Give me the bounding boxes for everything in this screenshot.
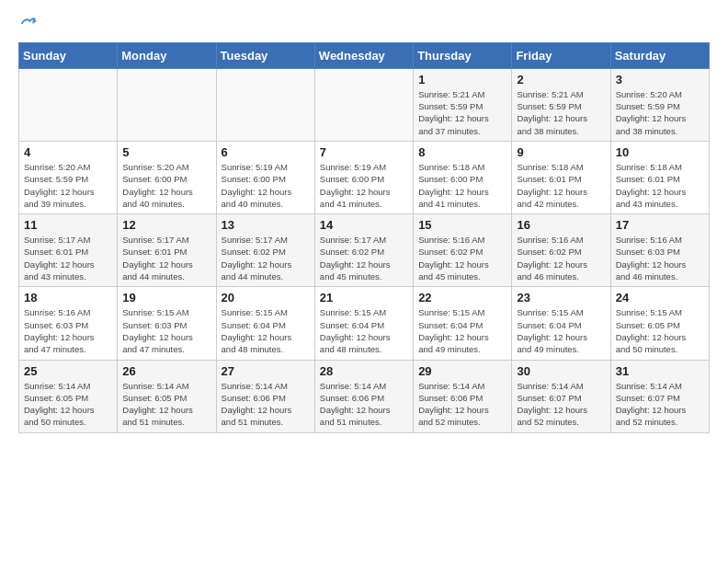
calendar-cell: 8Sunrise: 5:18 AM Sunset: 6:00 PM Daylig…	[414, 141, 512, 213]
calendar-cell: 22Sunrise: 5:15 AM Sunset: 6:04 PM Dayli…	[414, 287, 512, 360]
day-info: Sunrise: 5:16 AM Sunset: 6:03 PM Dayligh…	[24, 306, 112, 355]
day-number: 29	[418, 364, 506, 378]
day-info: Sunrise: 5:17 AM Sunset: 6:02 PM Dayligh…	[222, 234, 310, 282]
calendar-cell: 9Sunrise: 5:18 AM Sunset: 6:01 PM Daylig…	[512, 141, 610, 213]
day-number: 24	[616, 291, 704, 304]
weekday-header-tuesday: Tuesday	[216, 42, 314, 68]
calendar-cell: 23Sunrise: 5:15 AM Sunset: 6:04 PM Dayli…	[512, 287, 610, 360]
day-number: 28	[320, 364, 408, 378]
day-number: 10	[616, 145, 704, 159]
day-info: Sunrise: 5:14 AM Sunset: 6:05 PM Dayligh…	[24, 380, 112, 429]
weekday-header-thursday: Thursday	[414, 42, 512, 68]
calendar-cell: 26Sunrise: 5:14 AM Sunset: 6:05 PM Dayli…	[118, 360, 216, 432]
day-number: 9	[517, 145, 605, 159]
calendar-table: SundayMondayTuesdayWednesdayThursdayFrid…	[18, 42, 710, 433]
day-info: Sunrise: 5:16 AM Sunset: 6:02 PM Dayligh…	[418, 234, 506, 282]
day-info: Sunrise: 5:18 AM Sunset: 6:01 PM Dayligh…	[517, 161, 605, 210]
day-number: 7	[320, 145, 408, 159]
day-number: 18	[24, 291, 112, 304]
calendar-cell: 12Sunrise: 5:17 AM Sunset: 6:01 PM Dayli…	[118, 214, 216, 287]
calendar-cell: 10Sunrise: 5:18 AM Sunset: 6:01 PM Dayli…	[610, 141, 709, 213]
day-number: 17	[616, 218, 704, 232]
calendar-week-3: 11Sunrise: 5:17 AM Sunset: 6:01 PM Dayli…	[19, 214, 710, 287]
day-info: Sunrise: 5:15 AM Sunset: 6:04 PM Dayligh…	[222, 306, 310, 355]
day-number: 11	[24, 218, 112, 232]
calendar-cell: 13Sunrise: 5:17 AM Sunset: 6:02 PM Dayli…	[216, 214, 314, 287]
day-info: Sunrise: 5:18 AM Sunset: 6:00 PM Dayligh…	[418, 161, 506, 210]
day-info: Sunrise: 5:16 AM Sunset: 6:02 PM Dayligh…	[517, 234, 605, 282]
calendar-cell: 6Sunrise: 5:19 AM Sunset: 6:00 PM Daylig…	[216, 141, 314, 213]
calendar-cell: 19Sunrise: 5:15 AM Sunset: 6:03 PM Dayli…	[118, 287, 216, 360]
day-number: 1	[418, 73, 506, 86]
day-info: Sunrise: 5:20 AM Sunset: 5:59 PM Dayligh…	[616, 88, 704, 137]
day-info: Sunrise: 5:14 AM Sunset: 6:06 PM Dayligh…	[222, 380, 310, 429]
calendar-cell: 14Sunrise: 5:17 AM Sunset: 6:02 PM Dayli…	[314, 214, 413, 287]
calendar-week-2: 4Sunrise: 5:20 AM Sunset: 5:59 PM Daylig…	[19, 141, 710, 213]
day-number: 5	[122, 145, 210, 159]
day-info: Sunrise: 5:20 AM Sunset: 5:59 PM Dayligh…	[24, 161, 112, 210]
day-number: 19	[122, 291, 210, 304]
calendar-week-4: 18Sunrise: 5:16 AM Sunset: 6:03 PM Dayli…	[19, 287, 710, 360]
calendar-cell: 27Sunrise: 5:14 AM Sunset: 6:06 PM Dayli…	[216, 360, 314, 432]
day-number: 13	[222, 218, 310, 232]
day-info: Sunrise: 5:15 AM Sunset: 6:05 PM Dayligh…	[616, 306, 704, 355]
day-number: 22	[418, 291, 506, 304]
calendar-week-1: 1Sunrise: 5:21 AM Sunset: 5:59 PM Daylig…	[19, 68, 710, 141]
calendar-cell: 25Sunrise: 5:14 AM Sunset: 6:05 PM Dayli…	[19, 360, 118, 432]
day-info: Sunrise: 5:15 AM Sunset: 6:04 PM Dayligh…	[418, 306, 506, 355]
calendar-header-row: SundayMondayTuesdayWednesdayThursdayFrid…	[19, 42, 710, 68]
day-number: 6	[222, 145, 310, 159]
day-info: Sunrise: 5:14 AM Sunset: 6:07 PM Dayligh…	[616, 380, 704, 429]
day-info: Sunrise: 5:14 AM Sunset: 6:06 PM Dayligh…	[418, 380, 506, 429]
day-number: 27	[222, 364, 310, 378]
day-number: 14	[320, 218, 408, 232]
day-number: 16	[517, 218, 605, 232]
day-info: Sunrise: 5:15 AM Sunset: 6:04 PM Dayligh…	[517, 306, 605, 355]
day-info: Sunrise: 5:17 AM Sunset: 6:01 PM Dayligh…	[122, 234, 210, 282]
day-number: 12	[122, 218, 210, 232]
day-number: 25	[24, 364, 112, 378]
calendar-cell: 4Sunrise: 5:20 AM Sunset: 5:59 PM Daylig…	[19, 141, 118, 213]
calendar-cell: 1Sunrise: 5:21 AM Sunset: 5:59 PM Daylig…	[414, 68, 512, 141]
day-info: Sunrise: 5:21 AM Sunset: 5:59 PM Dayligh…	[517, 88, 605, 137]
day-info: Sunrise: 5:19 AM Sunset: 6:00 PM Dayligh…	[320, 161, 408, 210]
calendar-cell: 31Sunrise: 5:14 AM Sunset: 6:07 PM Dayli…	[610, 360, 709, 432]
logo-icon	[20, 16, 37, 32]
day-info: Sunrise: 5:14 AM Sunset: 6:07 PM Dayligh…	[517, 380, 605, 429]
day-number: 3	[616, 73, 704, 86]
day-info: Sunrise: 5:15 AM Sunset: 6:04 PM Dayligh…	[320, 306, 408, 355]
calendar-cell	[118, 68, 216, 141]
calendar-cell	[216, 68, 314, 141]
day-number: 20	[222, 291, 310, 304]
calendar-body: 1Sunrise: 5:21 AM Sunset: 5:59 PM Daylig…	[19, 68, 710, 432]
calendar-cell: 2Sunrise: 5:21 AM Sunset: 5:59 PM Daylig…	[512, 68, 610, 141]
day-info: Sunrise: 5:17 AM Sunset: 6:01 PM Dayligh…	[24, 234, 112, 282]
calendar-cell: 5Sunrise: 5:20 AM Sunset: 6:00 PM Daylig…	[118, 141, 216, 213]
day-number: 8	[418, 145, 506, 159]
calendar-cell: 21Sunrise: 5:15 AM Sunset: 6:04 PM Dayli…	[314, 287, 413, 360]
day-info: Sunrise: 5:20 AM Sunset: 6:00 PM Dayligh…	[122, 161, 210, 210]
calendar-cell: 7Sunrise: 5:19 AM Sunset: 6:00 PM Daylig…	[314, 141, 413, 213]
calendar-week-5: 25Sunrise: 5:14 AM Sunset: 6:05 PM Dayli…	[19, 360, 710, 432]
day-number: 2	[517, 73, 605, 86]
day-number: 15	[418, 218, 506, 232]
day-number: 21	[320, 291, 408, 304]
day-info: Sunrise: 5:14 AM Sunset: 6:06 PM Dayligh…	[320, 380, 408, 429]
day-info: Sunrise: 5:16 AM Sunset: 6:03 PM Dayligh…	[616, 234, 704, 282]
day-number: 23	[517, 291, 605, 304]
calendar-cell: 18Sunrise: 5:16 AM Sunset: 6:03 PM Dayli…	[19, 287, 118, 360]
weekday-header-friday: Friday	[512, 42, 610, 68]
calendar-cell: 30Sunrise: 5:14 AM Sunset: 6:07 PM Dayli…	[512, 360, 610, 432]
calendar-cell	[314, 68, 413, 141]
calendar-cell: 15Sunrise: 5:16 AM Sunset: 6:02 PM Dayli…	[414, 214, 512, 287]
day-info: Sunrise: 5:14 AM Sunset: 6:05 PM Dayligh…	[122, 380, 210, 429]
day-info: Sunrise: 5:15 AM Sunset: 6:03 PM Dayligh…	[122, 306, 210, 355]
day-info: Sunrise: 5:19 AM Sunset: 6:00 PM Dayligh…	[222, 161, 310, 210]
calendar-cell: 11Sunrise: 5:17 AM Sunset: 6:01 PM Dayli…	[19, 214, 118, 287]
day-number: 4	[24, 145, 112, 159]
day-info: Sunrise: 5:18 AM Sunset: 6:01 PM Dayligh…	[616, 161, 704, 210]
day-number: 30	[517, 364, 605, 378]
calendar-cell: 24Sunrise: 5:15 AM Sunset: 6:05 PM Dayli…	[610, 287, 709, 360]
logo	[18, 15, 37, 33]
day-info: Sunrise: 5:21 AM Sunset: 5:59 PM Dayligh…	[418, 88, 506, 137]
